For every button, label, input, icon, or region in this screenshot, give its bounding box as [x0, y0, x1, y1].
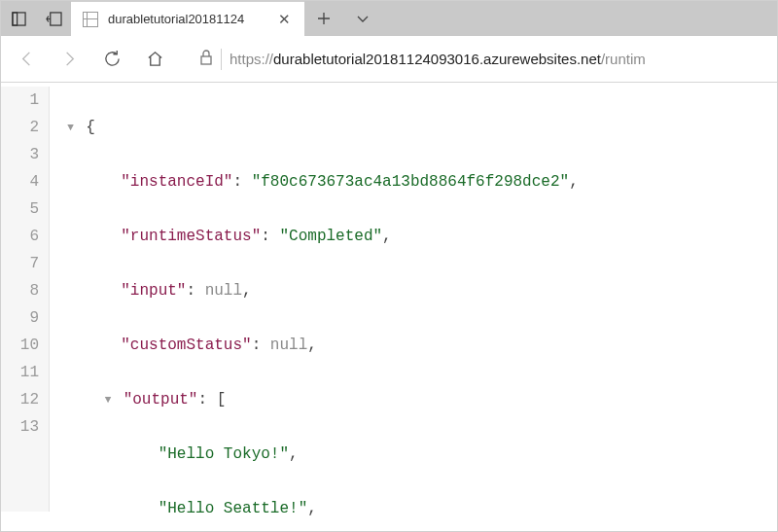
url-text: https://durabletutorial20181124093016.az…	[230, 51, 763, 67]
navbar: https://durabletutorial20181124093016.az…	[1, 36, 777, 83]
tabs-aside-icon[interactable]	[1, 1, 36, 36]
addrbar-separator	[221, 49, 222, 70]
tab-actions-dropdown[interactable]	[343, 1, 382, 36]
new-tab-button[interactable]	[304, 1, 343, 36]
tab-title: durabletutorial20181124	[108, 12, 265, 26]
fold-icon[interactable]: ▼	[65, 114, 77, 141]
fold-icon[interactable]: ▼	[102, 386, 114, 413]
json-body[interactable]: ▼ { "instanceId": "f80c673673ac4a13bd886…	[50, 87, 579, 512]
refresh-button[interactable]	[94, 42, 129, 77]
lock-icon	[199, 50, 213, 68]
svg-rect-1	[12, 12, 17, 24]
back-button[interactable]	[9, 42, 44, 77]
line-gutter: 12345678910111213	[1, 87, 50, 512]
set-aside-icon[interactable]	[36, 1, 71, 36]
svg-rect-3	[201, 56, 211, 64]
address-bar[interactable]: https://durabletutorial20181124093016.az…	[190, 43, 769, 76]
svg-rect-2	[50, 12, 60, 24]
home-button[interactable]	[137, 42, 172, 77]
svg-rect-0	[12, 12, 24, 24]
json-viewer: 12345678910111213 ▼ { "instanceId": "f80…	[1, 83, 777, 531]
forward-button[interactable]	[52, 42, 87, 77]
favicon-icon	[83, 12, 98, 27]
browser-tab[interactable]: durabletutorial20181124 ✕	[71, 1, 304, 36]
close-tab-icon[interactable]: ✕	[274, 9, 295, 30]
titlebar: durabletutorial20181124 ✕	[1, 1, 777, 36]
